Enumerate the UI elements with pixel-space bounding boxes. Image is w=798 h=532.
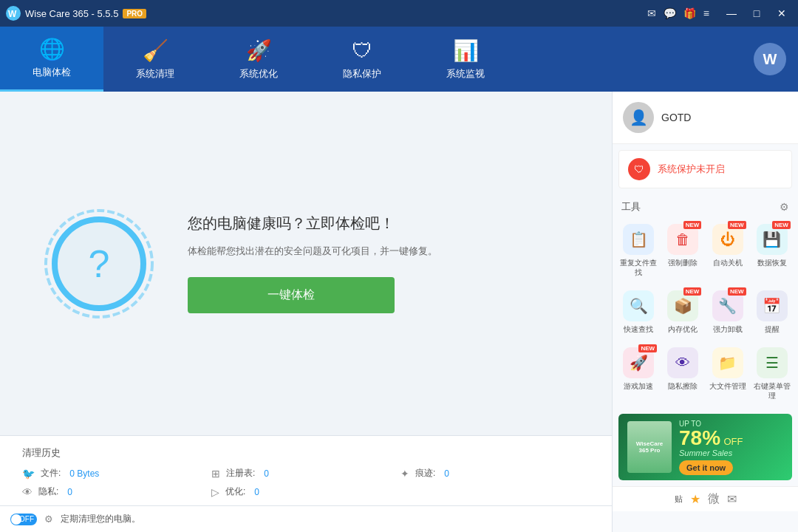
history-title: 清理历史 [22, 446, 590, 460]
folder-icon: 📁 [718, 354, 737, 372]
ad-summer-sales: Summer Sales [679, 449, 783, 457]
health-description: 体检能帮您找出潜在的安全问题及可化项目，并一键修复。 [188, 244, 572, 259]
nav-item-check[interactable]: 🌐 电脑体检 [0, 27, 103, 92]
nav-icon-clean: 🧹 [143, 38, 168, 63]
nav-label-clean: 系统清理 [136, 67, 174, 81]
ad-inner: WiseCare365 Pro UP TO 78% OFF Summer Sal… [618, 414, 792, 480]
traces-label: 痕迹: [415, 467, 435, 480]
paste-icon[interactable]: 贴 [675, 494, 683, 505]
tool-icon-game-boost: 🚀 NEW [623, 347, 654, 378]
tool-privacy-clean[interactable]: 👁 隐私擦除 [663, 343, 703, 405]
svg-text:W: W [8, 9, 17, 19]
tool-data-recovery[interactable]: 💾 NEW 数据恢复 [752, 219, 792, 282]
close-button[interactable]: ✕ [771, 3, 792, 24]
ad-banner[interactable]: WiseCare365 Pro UP TO 78% OFF Summer Sal… [618, 414, 792, 480]
tool-force-uninstall[interactable]: 🔧 NEW 强力卸载 [708, 286, 748, 338]
protection-status: 系统保护未开启 [658, 163, 725, 176]
maximize-button[interactable]: □ [746, 3, 767, 24]
nav-icon-privacy: 🛡 [352, 38, 372, 63]
tool-label-large-files: 大文件管理 [709, 381, 746, 391]
nav-label-privacy: 隐私保护 [343, 67, 381, 81]
tool-quick-search[interactable]: 🔍 快速查找 [618, 286, 658, 338]
new-badge-auto-shutdown: NEW [728, 221, 746, 229]
new-badge-memory-opt: NEW [683, 287, 702, 296]
nav-item-optimize[interactable]: 🚀 系统优化 [207, 27, 310, 92]
mail-icon[interactable]: ✉ [647, 7, 656, 19]
tool-icon-memory-opt: 📦 NEW [667, 290, 698, 321]
tool-icon-privacy-clean: 👁 [667, 347, 698, 378]
tool-label-quick-search: 快速查找 [624, 324, 653, 334]
files-value: 0 Bytes [69, 468, 99, 479]
user-profile: 👤 GOTD [613, 92, 798, 144]
window-controls: — □ ✕ [721, 3, 792, 24]
tool-duplicate[interactable]: 📋 重复文件查找 [618, 219, 658, 282]
settings-icon[interactable]: ⚙ [44, 514, 53, 525]
tool-label-reminder: 提醒 [765, 324, 780, 334]
toggle-off-label: OFF [19, 515, 34, 523]
navbar: 🌐 电脑体检 🧹 系统清理 🚀 系统优化 🛡 隐私保护 📊 系统监视 W [0, 27, 798, 92]
tool-icon-reminder: 📅 [757, 290, 788, 321]
ad-off: OFF [724, 436, 743, 447]
tool-icon-large-files: 📁 [712, 347, 743, 378]
scan-button[interactable]: 一键体检 [188, 277, 395, 313]
minimize-button[interactable]: — [721, 3, 742, 24]
nav-item-monitor[interactable]: 📊 系统监视 [414, 27, 517, 92]
registry-value: 0 [264, 468, 269, 479]
toggle-track[interactable]: OFF [10, 514, 37, 525]
tools-settings-icon[interactable]: ⚙ [780, 201, 789, 213]
main-area: ? 您的电脑健康吗？立即体检吧！ 体检能帮您找出潜在的安全问题及可化项目，并一键… [0, 92, 798, 532]
health-title: 您的电脑健康吗？立即体检吧！ [188, 214, 572, 233]
gift-icon[interactable]: 🎁 [683, 7, 696, 19]
recovery-icon: 💾 [763, 231, 781, 248]
tool-label-force-uninstall: 强力卸载 [713, 324, 743, 334]
ad-get-now-button[interactable]: Get it now [679, 460, 733, 475]
nav-icon-monitor: 📊 [453, 38, 479, 63]
tool-game-boost[interactable]: 🚀 NEW 游戏加速 [618, 343, 658, 405]
history-grid: 🐦 文件: 0 Bytes ⊞ 注册表: 0 ✦ 痕迹: 0 👁 隐私: [22, 467, 590, 498]
email-social-icon[interactable]: ✉ [727, 492, 737, 506]
tool-large-files[interactable]: 📁 大文件管理 [708, 343, 748, 405]
bottombar: OFF ⚙ 定期清理您的电脑。 [0, 505, 612, 532]
protection-bar[interactable]: 🛡 系统保护未开启 [618, 150, 792, 188]
user-name: GOTD [661, 112, 691, 123]
chat-icon[interactable]: 💬 [664, 7, 676, 19]
rocket-icon: 🚀 [630, 354, 648, 372]
content-area: ? 您的电脑健康吗？立即体检吧！ 体检能帮您找出潜在的安全问题及可化项目，并一键… [0, 92, 612, 532]
nav-item-privacy[interactable]: 🛡 隐私保护 [310, 27, 414, 92]
history-item-files: 🐦 文件: 0 Bytes [22, 467, 211, 480]
nav-icon-check: 🌐 [39, 37, 65, 61]
privacy-label: 隐私: [38, 485, 58, 498]
tools-section: 工具 ⚙ 📋 重复文件查找 🗑 NEW 强制删除 [613, 194, 798, 408]
user-avatar-nav[interactable]: W [754, 43, 786, 75]
health-row: ? 您的电脑健康吗？立即体检吧！ 体检能帮您找出潜在的安全问题及可化项目，并一键… [40, 205, 572, 323]
tool-label-privacy-clean: 隐私擦除 [668, 381, 698, 391]
star-icon[interactable]: ★ [690, 492, 700, 506]
app-title: Wise Care 365 - 5.5.5 [25, 8, 118, 19]
tool-label-memory-opt: 内存优化 [668, 324, 698, 334]
optimize-icon: ▷ [211, 486, 219, 498]
weibo-icon[interactable]: 微 [708, 491, 720, 507]
files-label: 文件: [41, 467, 61, 480]
auto-clean-toggle[interactable]: OFF [10, 514, 37, 525]
tool-memory-opt[interactable]: 📦 NEW 内存优化 [663, 286, 703, 338]
tool-icon-duplicate: 📋 [623, 224, 654, 255]
new-badge-force-uninstall: NEW [728, 287, 746, 296]
tool-label-data-recovery: 数据恢复 [757, 258, 787, 267]
tool-reminder[interactable]: 📅 提醒 [752, 286, 792, 338]
memory-icon: 📦 [674, 297, 692, 315]
menu-icon[interactable]: ≡ [703, 7, 709, 19]
bottombar-description: 定期清理您的电脑。 [61, 513, 140, 525]
eye-icon: 👁 [675, 355, 690, 372]
tool-force-delete[interactable]: 🗑 NEW 强制删除 [663, 219, 703, 282]
search-icon: 🔍 [630, 297, 648, 315]
health-text: 您的电脑健康吗？立即体检吧！ 体检能帮您找出潜在的安全问题及可化项目，并一键修复… [188, 214, 572, 313]
nav-item-clean[interactable]: 🧹 系统清理 [103, 27, 207, 92]
nav-label-optimize: 系统优化 [239, 67, 278, 81]
history-item-registry: ⊞ 注册表: 0 [211, 467, 400, 480]
power-icon: ⏻ [720, 231, 735, 248]
tool-right-menu[interactable]: ☰ 右键菜单管理 [752, 343, 792, 405]
health-section: ? 您的电脑健康吗？立即体检吧！ 体检能帮您找出潜在的安全问题及可化项目，并一键… [0, 92, 612, 435]
tool-auto-shutdown[interactable]: ⏻ NEW 自动关机 [708, 219, 748, 282]
registry-label: 注册表: [226, 467, 255, 480]
history-item-optimize: ▷ 优化: 0 [211, 485, 400, 498]
